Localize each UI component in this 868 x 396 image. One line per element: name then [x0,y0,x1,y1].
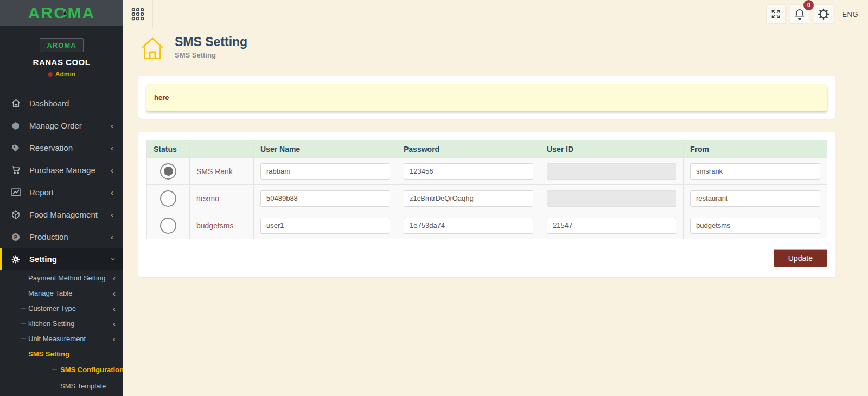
password-input[interactable] [404,163,533,180]
chevron-left-icon: ‹ [113,304,116,313]
settings-button[interactable] [814,4,833,24]
alert-text: here [154,93,169,101]
password-input[interactable] [404,218,533,234]
home-icon [11,99,21,108]
sidebar-subitem-kitchen-setting[interactable]: kitchen Setting‹ [21,316,116,331]
brand-logo-text: AROMA [28,4,95,22]
chevron-left-icon: ‹ [113,334,116,343]
cube-icon [11,210,21,219]
sidebar-item-production[interactable]: PProduction‹ [0,226,123,248]
table-row: nexmo [147,185,827,212]
table-row: budgetsms [147,212,827,239]
user-profile: AROMA RANAS COOL Admin [0,26,123,85]
app-root: AROMA AROMA RANAS COOL Admin DashboardMa… [0,0,868,396]
user-name-input[interactable] [260,218,390,234]
production-icon: P [11,233,21,241]
table-header-row: StatusUser NamePasswordUser IDFrom [147,140,827,158]
cart-icon [11,165,21,175]
user-role: Admin [0,71,123,78]
alert-box: here [146,84,827,111]
user-name: RANAS COOL [0,58,123,67]
chevron-down-icon: ‹ [107,258,117,260]
column-header-user-id: User ID [540,140,684,158]
status-dot-icon [48,72,53,77]
update-button[interactable]: Update [774,249,827,267]
language-selector[interactable]: ENG [842,10,858,18]
svg-text:P: P [14,234,18,240]
page-subtitle: SMS Setting [175,51,247,59]
sidebar-menu: DashboardManage Order‹Reservation‹Purcha… [0,92,123,270]
user-name-input[interactable] [260,163,390,180]
chevron-left-icon: ‹ [113,319,116,328]
chevron-left-icon: ‹ [113,289,116,298]
sms-setting-submenu: SMS ConfigurationSMS Template [52,361,123,394]
column-header-user-name: User Name [254,140,397,158]
chevron-left-icon: ‹ [111,143,113,152]
sidebar-item-dashboard[interactable]: Dashboard [0,92,123,114]
column-header-from: From [684,140,827,158]
provider-name: nexmo [196,194,219,203]
sidebar-subitem-sms-template[interactable]: SMS Template [52,378,116,394]
table-body: SMS Ranknexmobudgetsms [147,158,827,239]
page-header: SMS Setting SMS Setting [140,35,835,63]
profile-logo-text: AROMA [47,41,76,49]
chevron-left-icon: ‹ [111,165,113,175]
gear-icon [818,8,829,20]
column-header-provider [190,140,254,158]
user-id-input [547,190,676,207]
profile-logo-badge: AROMA [40,38,83,52]
status-radio[interactable] [160,190,176,207]
setting-submenu: Payment Method Setting‹Manage Table‹Cust… [21,270,123,394]
sms-gateway-table: StatusUser NamePasswordUser IDFrom SMS R… [146,140,827,239]
table-row: SMS Rank [147,158,827,185]
from-input[interactable] [690,218,820,234]
sidebar-item-report[interactable]: Report‹ [0,181,123,203]
gear-icon [11,255,21,264]
provider-name: budgetsms [196,221,233,230]
chevron-left-icon: ‹ [111,232,113,241]
user-name-input[interactable] [260,190,390,207]
status-radio[interactable] [160,218,176,234]
sidebar-subitem-sms-configuration[interactable]: SMS Configuration [52,361,116,378]
sidebar: AROMA AROMA RANAS COOL Admin DashboardMa… [0,0,123,396]
sidebar-item-food-management[interactable]: Food Management‹ [0,203,123,226]
alert-card: here [138,76,835,119]
main-content: SMS Setting SMS Setting here StatusUser … [123,28,868,396]
user-id-input [547,163,676,180]
column-header-password: Password [397,140,540,158]
sidebar-subitem-manage-table[interactable]: Manage Table‹ [21,285,116,301]
notification-badge: 0 [803,0,814,10]
column-header-status: Status [147,140,190,158]
sidebar-item-purchase-manage[interactable]: Purchase Manage‹ [0,159,123,181]
from-input[interactable] [690,190,820,207]
sidebar-item-manage-order[interactable]: Manage Order‹ [0,114,123,137]
chevron-left-icon: ‹ [113,273,116,283]
brand-header: AROMA [0,0,123,26]
fullscreen-button[interactable] [766,4,786,24]
chevron-left-icon: ‹ [111,210,113,219]
sidebar-subitem-customer-type[interactable]: Customer Type‹ [21,301,116,316]
status-radio[interactable] [160,163,176,180]
topbar-divider [152,0,153,28]
tag-icon [11,144,21,152]
apps-grid-icon[interactable] [123,0,152,28]
sidebar-subitem-payment-method-setting[interactable]: Payment Method Setting‹ [21,270,116,285]
chevron-left-icon: ‹ [111,121,113,130]
provider-name: SMS Rank [196,167,233,176]
user-id-input[interactable] [547,218,676,234]
flame-icon [62,2,68,20]
brand-logo: AROMA [28,4,95,22]
bell-icon [794,8,806,20]
notifications-button[interactable]: 0 [790,4,809,24]
sidebar-subitem-unit-measurement[interactable]: Unit Measurement‹ [21,331,116,346]
password-input[interactable] [404,190,533,207]
sidebar-subitem-sms-setting[interactable]: SMS Setting [21,346,116,361]
chevron-left-icon: ‹ [111,188,113,197]
sidebar-item-reservation[interactable]: Reservation‹ [0,137,123,159]
sms-table-card: StatusUser NamePasswordUser IDFrom SMS R… [138,132,835,277]
chart-icon [11,188,21,197]
from-input[interactable] [690,163,820,180]
hexagon-icon [11,122,21,130]
page-title: SMS Setting [175,35,247,49]
sidebar-item-setting[interactable]: Setting‹ [0,248,123,270]
